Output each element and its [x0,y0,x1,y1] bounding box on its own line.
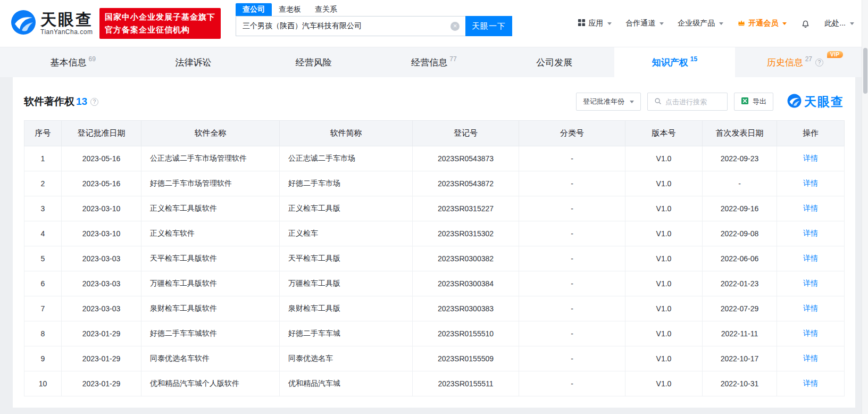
cell-pub-date: 2022-01-23 [703,271,777,296]
site-header: 天眼查 TianYanCha.com 国家中小企业发展子基金旗下 官方备案企业征… [0,0,868,47]
detail-link[interactable]: 详情 [803,329,818,337]
company-tabs: 基本信息 69 法律诉讼 经营风险 经营信息 77 公司发展 知识产权 15 V… [13,47,855,77]
cell-short-name: 天平检车工具版 [280,246,413,271]
company-tabbar: 基本信息 69 法律诉讼 经营风险 经营信息 77 公司发展 知识产权 15 V… [0,47,868,77]
cell-reg-date: 2023-03-03 [62,246,141,271]
cell-class-no: - [519,171,625,196]
cell-pub-date: 2022-07-29 [703,296,777,321]
tianyancha-watermark-text: 天眼查 [804,94,844,110]
cell-pub-date: 2022-10-17 [703,346,777,371]
search-tab-company[interactable]: 查公司 [236,3,272,16]
certification-badge-line2: 官方备案企业征信机构 [105,23,215,36]
cell-reg-date: 2023-03-03 [62,271,141,296]
detail-link[interactable]: 详情 [803,154,818,162]
nav-apps-label: 应用 [588,19,603,28]
company-search-input[interactable] [236,16,465,36]
table-search-input[interactable] [665,98,721,106]
search-tabs: 查公司 查老板 查关系 [236,3,512,16]
section-count: 13 [76,96,87,107]
cell-short-name: 好德二手车车城 [280,321,413,346]
cell-pub-date: 2022-10-31 [703,371,777,396]
cell-action: 详情 [777,221,845,246]
year-filter-dropdown[interactable]: 登记批准年份 [576,93,641,111]
table-row: 1 2023-05-16 公正志诚二手车市场管理软件 公正志诚二手车市场 202… [24,146,845,171]
detail-link[interactable]: 详情 [803,279,818,287]
table-row: 9 2023-01-29 同泰优选名车软件 同泰优选名车 2023SR01555… [24,346,845,371]
search-tab-boss[interactable]: 查老板 [272,3,308,16]
cell-action: 详情 [777,196,845,221]
cell-reg-date: 2023-03-10 [62,221,141,246]
apps-grid-icon [578,19,586,28]
table-search-box[interactable] [647,93,728,111]
tab-company-development[interactable]: 公司发展 [494,47,614,77]
nav-cooperation[interactable]: 合作通道 [625,19,664,28]
tab-legal-litigation[interactable]: 法律诉讼 [133,47,253,77]
nav-enterprise-products-label: 企业级产品 [678,19,715,28]
software-copyright-table: 序号 登记批准日期 软件全称 软件简称 登记号 分类号 版本号 首次发表日期 操… [24,120,845,396]
cell-full-name: 好德二手车车城软件 [141,321,280,346]
detail-link[interactable]: 详情 [803,229,818,237]
cell-reg-no: 2023SR0155510 [413,321,519,346]
table-controls: 登记批准年份 导出 [576,93,844,111]
col-header-action: 操作 [777,121,845,146]
tab-business-risk-label: 经营风险 [296,56,332,69]
col-header-version: 版本号 [625,121,703,146]
cell-full-name: 好德二手车市场管理软件 [141,171,280,196]
search-icon [654,97,662,106]
tab-business-risk[interactable]: 经营风险 [254,47,374,77]
cell-reg-no: 2023SR0315227 [413,196,519,221]
clear-input-icon[interactable]: × [450,22,460,31]
cell-index: 3 [24,196,62,221]
cell-short-name: 泉财检车工具版 [280,296,413,321]
cell-version: V1.0 [625,246,703,271]
year-filter-label: 登记批准年份 [583,97,624,106]
nav-enterprise-products[interactable]: 企业级产品 [678,19,723,28]
search-tab-relation[interactable]: 查关系 [308,3,344,16]
detail-link[interactable]: 详情 [803,204,818,212]
cell-reg-no: 2023SR0155509 [413,346,519,371]
search-area: 查公司 查老板 查关系 × 天眼一下 [236,0,512,36]
tab-business-info-label: 经营信息 [411,56,447,69]
help-icon[interactable]: ? [90,98,98,106]
tab-history-info[interactable]: VIP 历史信息 27 ? [735,47,855,77]
detail-link[interactable]: 详情 [803,254,818,262]
cell-short-name: 正义检车工具版 [280,196,413,221]
tab-business-info[interactable]: 经营信息 77 [374,47,494,77]
cell-full-name: 泉财检车工具版软件 [141,296,280,321]
nav-vip-membership[interactable]: 开通会员 [737,19,787,29]
cell-reg-date: 2023-03-10 [62,196,141,221]
chevron-down-icon [782,22,787,25]
cell-index: 6 [24,271,62,296]
nav-apps[interactable]: 应用 [578,19,612,28]
vertical-scrollbar-thumb[interactable] [863,48,867,94]
notification-bell-icon[interactable] [800,19,811,29]
tianyancha-logo[interactable]: 天眼查 TianYanCha.com [11,10,93,37]
cell-class-no: - [519,246,625,271]
cell-index: 10 [24,371,62,396]
cell-pub-date: 2022-09-08 [703,221,777,246]
export-button[interactable]: 导出 [734,93,773,111]
cell-index: 2 [24,171,62,196]
detail-link[interactable]: 详情 [803,179,818,187]
tab-basic-info[interactable]: 基本信息 69 [13,47,133,77]
help-icon[interactable]: ? [815,59,823,67]
tab-legal-litigation-label: 法律诉讼 [175,56,211,69]
tab-intellectual-property[interactable]: 知识产权 15 [614,47,735,77]
section-title: 软件著作权 13 ? [24,95,98,109]
cell-full-name: 优和精品汽车城个人版软件 [141,371,280,396]
detail-link[interactable]: 详情 [803,354,818,362]
cell-full-name: 天平检车工具版软件 [141,246,280,271]
cell-index: 7 [24,296,62,321]
cell-full-name: 公正志诚二手车市场管理软件 [141,146,280,171]
cell-action: 详情 [777,321,845,346]
table-row: 3 2023-03-10 正义检车工具版软件 正义检车工具版 2023SR031… [24,196,845,221]
tab-intellectual-property-count: 15 [690,55,697,63]
cell-reg-no: 2023SR0315302 [413,221,519,246]
vertical-scrollbar-track[interactable] [862,0,868,414]
cell-version: V1.0 [625,346,703,371]
detail-link[interactable]: 详情 [803,304,818,312]
table-row: 2 2023-05-16 好德二手车市场管理软件 好德二手车市场 2023SR0… [24,171,845,196]
nav-user-account[interactable]: 此处... [824,19,854,28]
detail-link[interactable]: 详情 [803,379,818,387]
search-button[interactable]: 天眼一下 [465,16,512,36]
